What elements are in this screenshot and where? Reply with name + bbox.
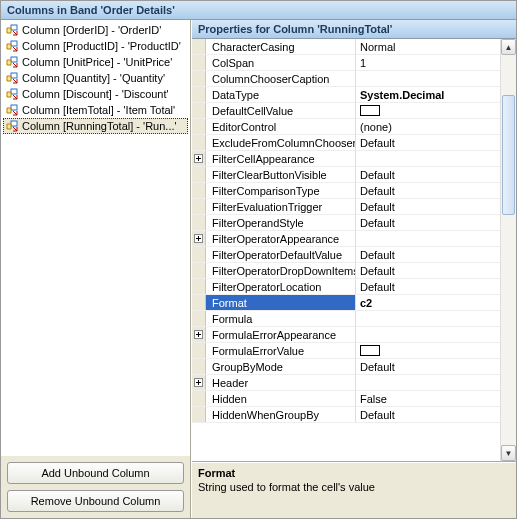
property-row[interactable]: FilterOperatorAppearance bbox=[192, 231, 500, 247]
property-name: ColumnChooserCaption bbox=[206, 71, 356, 86]
property-row[interactable]: Formatc2 bbox=[192, 295, 500, 311]
column-item[interactable]: Column [Discount] - 'Discount' bbox=[3, 86, 188, 102]
column-item-label: Column [UnitPrice] - 'UnitPrice' bbox=[22, 56, 172, 68]
property-row[interactable]: EditorControl(none) bbox=[192, 119, 500, 135]
scroll-thumb[interactable] bbox=[502, 95, 515, 215]
property-row[interactable]: DefaultCellValue bbox=[192, 103, 500, 119]
property-row[interactable]: FilterComparisonTypeDefault bbox=[192, 183, 500, 199]
expand-gutter bbox=[192, 39, 206, 54]
property-value[interactable]: Default bbox=[356, 407, 500, 422]
column-item-label: Column [Quantity] - 'Quantity' bbox=[22, 72, 165, 84]
property-row[interactable]: ColSpan1 bbox=[192, 55, 500, 71]
description-panel: Format String used to format the cell's … bbox=[192, 462, 516, 518]
property-value[interactable]: System.Decimal bbox=[356, 87, 500, 102]
property-row[interactable]: Header bbox=[192, 375, 500, 391]
property-row[interactable]: HiddenWhenGroupByDefault bbox=[192, 407, 500, 423]
property-value[interactable] bbox=[356, 103, 500, 118]
column-item[interactable]: Column [UnitPrice] - 'UnitPrice' bbox=[3, 54, 188, 70]
body: Column [OrderID] - 'OrderID'Column [Prod… bbox=[1, 20, 516, 518]
property-row[interactable]: CharacterCasingNormal bbox=[192, 39, 500, 55]
property-name: Format bbox=[206, 295, 356, 310]
scroll-down-button[interactable]: ▼ bbox=[501, 445, 516, 461]
property-name: FilterComparisonType bbox=[206, 183, 356, 198]
expand-gutter bbox=[192, 103, 206, 118]
property-value[interactable]: False bbox=[356, 391, 500, 406]
expand-gutter bbox=[192, 135, 206, 150]
property-value[interactable] bbox=[356, 327, 500, 342]
property-name: FormulaErrorAppearance bbox=[206, 327, 356, 342]
property-row[interactable]: HiddenFalse bbox=[192, 391, 500, 407]
property-value[interactable]: (none) bbox=[356, 119, 500, 134]
scroll-track[interactable] bbox=[501, 55, 516, 445]
property-name: EditorControl bbox=[206, 119, 356, 134]
property-name: FilterCellAppearance bbox=[206, 151, 356, 166]
property-row[interactable]: FilterEvaluationTriggerDefault bbox=[192, 199, 500, 215]
property-value[interactable] bbox=[356, 231, 500, 246]
property-name: Formula bbox=[206, 311, 356, 326]
property-value[interactable]: Default bbox=[356, 135, 500, 150]
expand-gutter bbox=[192, 407, 206, 422]
column-item[interactable]: Column [ItemTotal] - 'Item Total' bbox=[3, 102, 188, 118]
add-unbound-column-button[interactable]: Add Unbound Column bbox=[7, 462, 184, 484]
left-buttons: Add Unbound Column Remove Unbound Column bbox=[1, 456, 190, 518]
property-value[interactable] bbox=[356, 311, 500, 326]
expand-gutter bbox=[192, 183, 206, 198]
property-value[interactable]: c2 bbox=[356, 295, 500, 310]
property-value[interactable]: Default bbox=[356, 215, 500, 230]
property-name: FilterOperatorAppearance bbox=[206, 231, 356, 246]
column-icon bbox=[6, 120, 18, 132]
column-item[interactable]: Column [OrderID] - 'OrderID' bbox=[3, 22, 188, 38]
property-value[interactable] bbox=[356, 343, 500, 358]
property-row[interactable]: FilterOperandStyleDefault bbox=[192, 215, 500, 231]
expand-plus-icon[interactable] bbox=[192, 151, 206, 166]
property-row[interactable]: FilterClearButtonVisibleDefault bbox=[192, 167, 500, 183]
property-row[interactable]: FormulaErrorValue bbox=[192, 343, 500, 359]
property-row[interactable]: GroupByModeDefault bbox=[192, 359, 500, 375]
remove-unbound-column-button[interactable]: Remove Unbound Column bbox=[7, 490, 184, 512]
property-value[interactable]: Default bbox=[356, 279, 500, 294]
property-value[interactable] bbox=[356, 151, 500, 166]
expand-plus-icon[interactable] bbox=[192, 375, 206, 390]
property-grid[interactable]: CharacterCasingNormalColSpan1ColumnChoos… bbox=[192, 39, 516, 462]
property-row[interactable]: FilterOperatorDefaultValueDefault bbox=[192, 247, 500, 263]
expand-plus-icon[interactable] bbox=[192, 327, 206, 342]
column-icon bbox=[6, 40, 18, 52]
property-name: FormulaErrorValue bbox=[206, 343, 356, 358]
property-value[interactable]: Default bbox=[356, 167, 500, 182]
scroll-up-button[interactable]: ▲ bbox=[501, 39, 516, 55]
property-name: FilterClearButtonVisible bbox=[206, 167, 356, 182]
property-row[interactable]: Formula bbox=[192, 311, 500, 327]
property-grid-scrollbar[interactable]: ▲ ▼ bbox=[500, 39, 516, 461]
property-value[interactable] bbox=[356, 71, 500, 86]
expand-plus-icon[interactable] bbox=[192, 231, 206, 246]
property-name: GroupByMode bbox=[206, 359, 356, 374]
svg-rect-5 bbox=[11, 105, 17, 110]
columns-tree[interactable]: Column [OrderID] - 'OrderID'Column [Prod… bbox=[1, 20, 190, 456]
left-pane: Column [OrderID] - 'OrderID'Column [Prod… bbox=[1, 20, 191, 518]
property-name: FilterOperatorDropDownItems bbox=[206, 263, 356, 278]
property-row[interactable]: FilterCellAppearance bbox=[192, 151, 500, 167]
property-row[interactable]: DataTypeSystem.Decimal bbox=[192, 87, 500, 103]
property-row[interactable]: FilterOperatorDropDownItemsDefault bbox=[192, 263, 500, 279]
column-item[interactable]: Column [RunningTotal] - 'Run...' bbox=[3, 118, 188, 134]
property-value[interactable]: Default bbox=[356, 359, 500, 374]
property-row[interactable]: FilterOperatorLocationDefault bbox=[192, 279, 500, 295]
property-value[interactable]: Normal bbox=[356, 39, 500, 54]
property-row[interactable]: ExcludeFromColumnChooserDefault bbox=[192, 135, 500, 151]
property-value[interactable]: Default bbox=[356, 199, 500, 214]
property-value[interactable]: Default bbox=[356, 247, 500, 262]
property-name: FilterOperatorLocation bbox=[206, 279, 356, 294]
property-row[interactable]: FormulaErrorAppearance bbox=[192, 327, 500, 343]
column-item[interactable]: Column [ProductID] - 'ProductID' bbox=[3, 38, 188, 54]
property-row[interactable]: ColumnChooserCaption bbox=[192, 71, 500, 87]
value-swatch-icon bbox=[360, 105, 380, 116]
property-value[interactable]: Default bbox=[356, 263, 500, 278]
property-value[interactable]: Default bbox=[356, 183, 500, 198]
property-value[interactable]: 1 bbox=[356, 55, 500, 70]
property-name: HiddenWhenGroupBy bbox=[206, 407, 356, 422]
expand-gutter bbox=[192, 359, 206, 374]
column-item[interactable]: Column [Quantity] - 'Quantity' bbox=[3, 70, 188, 86]
property-value[interactable] bbox=[356, 375, 500, 390]
property-name: FilterEvaluationTrigger bbox=[206, 199, 356, 214]
svg-rect-0 bbox=[11, 25, 17, 30]
